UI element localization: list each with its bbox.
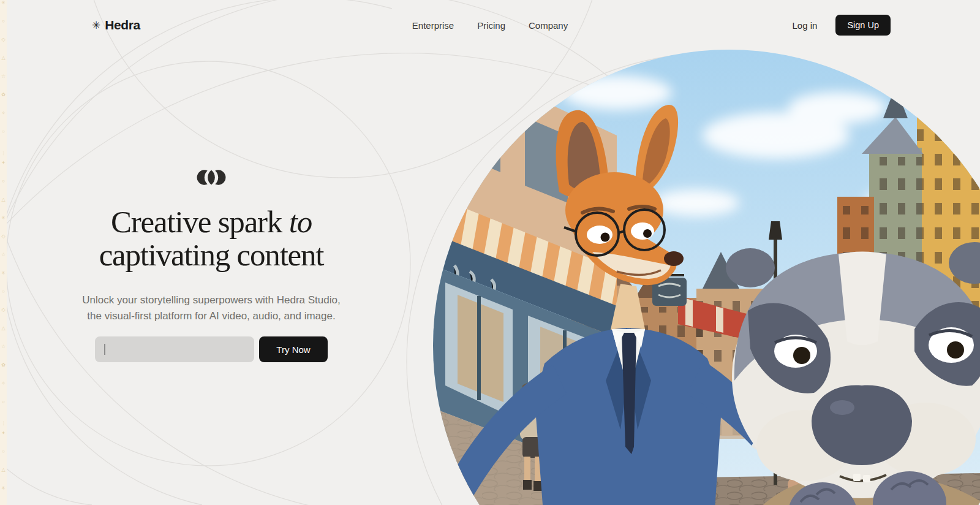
login-link[interactable]: Log in <box>793 20 818 31</box>
prompt-input[interactable] <box>95 336 254 362</box>
headline-italic-to: to <box>289 205 312 239</box>
try-now-button[interactable]: Try Now <box>259 336 328 362</box>
headline-line2: captivating content <box>99 238 324 272</box>
hedra-flower-icon: ✳ <box>92 20 100 31</box>
headline-part1: Creative spark <box>111 205 282 239</box>
logo-text: Hedra <box>105 18 140 32</box>
signup-button[interactable]: Sign Up <box>835 15 891 36</box>
logo[interactable]: ✳ Hedra <box>92 18 140 32</box>
try-now-row: Try Now <box>95 336 328 362</box>
hero-content: Creative spark tocaptivating content Unl… <box>92 169 331 362</box>
nav-company[interactable]: Company <box>529 20 568 31</box>
hero-headline: Creative spark tocaptivating content <box>99 205 324 271</box>
red-awning-stripe <box>716 306 723 333</box>
auth-actions: Log in Sign Up <box>793 15 891 36</box>
header: ✳ Hedra Enterprise Pricing Company Log i… <box>0 0 980 50</box>
subtext-line2: the visual-first platform for AI video, … <box>82 308 340 324</box>
main-nav: Enterprise Pricing Company <box>412 20 568 31</box>
nav-enterprise[interactable]: Enterprise <box>412 20 454 31</box>
nav-pricing[interactable]: Pricing <box>477 20 505 31</box>
doodle-strip: ✳ ○ ◇ △ ☆ ✿ ✧ ○ ﹏ ✦ ○ △ ✳ ◇ ☆ ✳ ○ ◇ △ ☆ … <box>0 0 7 505</box>
hero-subtext: Unlock your storytelling superpowers wit… <box>82 292 340 324</box>
subtext-line1: Unlock your storytelling superpowers wit… <box>82 292 340 308</box>
hedra-lens-mark-icon <box>194 169 228 186</box>
